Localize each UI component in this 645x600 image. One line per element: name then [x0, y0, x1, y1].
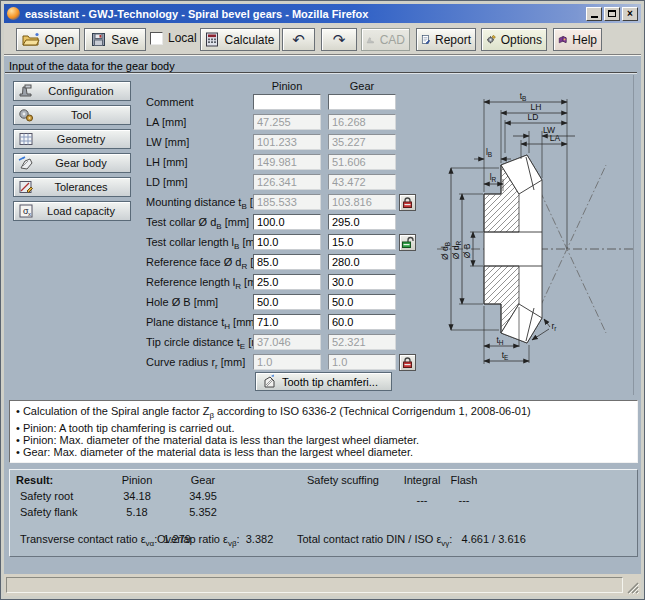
test-collar-length-open-lock-button[interactable]: [399, 234, 416, 251]
options-gear-icon: [486, 32, 496, 47]
dim-label-tE: tE: [502, 350, 509, 361]
plane-distance-pinion-input[interactable]: [253, 314, 321, 330]
test-collar-diameter-pinion-input[interactable]: [253, 214, 321, 230]
app-window: eassistant - GWJ-Technology - Spiral bev…: [0, 0, 645, 600]
chamfer-label: Tooth tip chamferi...: [282, 376, 378, 388]
field-label-reference-length: Reference length lR [mm]: [146, 276, 269, 291]
firefox-icon: [7, 7, 20, 20]
ld-pinion-input: [253, 174, 321, 190]
resize-grip[interactable]: [625, 580, 639, 594]
column-header-gear: Gear: [328, 80, 396, 92]
reference-face-diameter-gear-input[interactable]: [328, 254, 396, 270]
options-button[interactable]: Options: [481, 28, 547, 51]
message-2: • Pinion: Max. diameter of the material …: [16, 434, 419, 446]
save-button[interactable]: Save: [84, 28, 146, 51]
report-button[interactable]: Report: [416, 28, 476, 51]
open-folder-icon: [22, 32, 40, 47]
test-collar-diameter-gear-input[interactable]: [328, 214, 396, 230]
curve-radius-gear-input: [328, 354, 396, 370]
cad-button: CAD: [361, 28, 410, 51]
reference-face-diameter-pinion-input[interactable]: [253, 254, 321, 270]
dim-label-B: Ø B: [462, 243, 472, 258]
mounting-distance-closed-lock-button[interactable]: [399, 194, 416, 211]
close-button[interactable]: ×: [622, 7, 638, 21]
dim-label-tH: tH: [496, 335, 503, 346]
save-label: Save: [111, 33, 138, 47]
calculator-icon: [205, 32, 219, 47]
column-header-pinion: Pinion: [253, 80, 321, 92]
total-contact-ratio: Total contact ratio DIN / ISO εvγ: 4.661…: [297, 533, 526, 548]
local-label: Local: [168, 31, 197, 45]
toolbar-divider: [4, 54, 641, 56]
field-label-hole-diameter: Hole Ø B [mm]: [146, 296, 218, 308]
status-message-area: [6, 577, 623, 593]
minimize-button[interactable]: [586, 7, 602, 21]
lh-gear-input: [328, 154, 396, 170]
help-book-icon: [558, 33, 567, 47]
message-3: • Gear: Max. diameter of the material da…: [16, 446, 413, 458]
dim-label-LA: LA: [550, 133, 561, 143]
test-collar-length-pinion-input[interactable]: [253, 234, 321, 250]
report-document-icon: [421, 32, 430, 47]
options-label: Options: [501, 33, 542, 47]
help-button[interactable]: Help: [553, 28, 602, 51]
chamfer-icon: [262, 374, 277, 389]
calculate-label: Calculate: [224, 33, 274, 47]
dim-label-dB: Ø dB: [440, 242, 451, 260]
reference-length-gear-input[interactable]: [328, 274, 396, 290]
undo-button[interactable]: ↶: [282, 28, 315, 51]
safety-flank-pinion: 5.18: [107, 506, 167, 518]
message-0: • Calculation of the Spiral angle factor…: [16, 405, 531, 420]
comment-pinion-input[interactable]: [253, 94, 321, 110]
dim-label-lB: lB: [486, 147, 492, 158]
maximize-icon: [608, 10, 616, 17]
safety-root-pinion: 34.18: [107, 490, 167, 502]
cad-label: CAD: [380, 33, 405, 47]
safety-flank-label: Safety flank: [20, 506, 77, 518]
status-bar: [4, 574, 641, 596]
result-panel: Result: Pinion Gear Safety scuffing Inte…: [9, 469, 638, 557]
calculate-button[interactable]: Calculate: [200, 28, 280, 51]
minimize-icon: [591, 16, 598, 18]
dim-label-dR: Ø dR: [451, 241, 462, 260]
curve-radius-closed-lock-button[interactable]: [399, 354, 416, 371]
safety-root-label: Safety root: [20, 490, 73, 502]
test-collar-length-gear-input[interactable]: [328, 234, 396, 250]
plane-distance-gear-input[interactable]: [328, 314, 396, 330]
redo-button[interactable]: ↷: [321, 28, 357, 51]
hole-diameter-pinion-input[interactable]: [253, 294, 321, 310]
save-disk-icon: [91, 32, 106, 47]
local-checkbox-group: Local: [150, 31, 197, 45]
report-label: Report: [435, 33, 471, 47]
tooth-tip-chamfering-button[interactable]: Tooth tip chamferi...: [255, 372, 392, 391]
mounting-distance-gear-input: [328, 194, 396, 210]
field-label-lh: LH [mm]: [146, 156, 188, 168]
la-pinion-input: [253, 114, 321, 130]
local-checkbox[interactable]: [150, 32, 163, 45]
result-col-pinion: Pinion: [107, 474, 167, 486]
open-button[interactable]: Open: [16, 28, 80, 51]
comment-gear-input[interactable]: [328, 94, 396, 110]
close-icon: ×: [627, 9, 633, 19]
toolbar: Open Save Local Calculate ↶ ↷ CAD Report…: [4, 23, 641, 56]
lw-pinion-input: [253, 134, 321, 150]
dim-label-lR: lR: [490, 172, 497, 183]
gear-body-drawing: tB LH LD LW LA lB lR Ø dB Ø dR Ø B tH tE…: [425, 79, 641, 393]
mounting-distance-pinion-input: [253, 194, 321, 210]
redo-icon: ↷: [333, 32, 346, 47]
field-label-la: LA [mm]: [146, 116, 186, 128]
lh-pinion-input: [253, 154, 321, 170]
message-1: • Pinion: A tooth tip chamfering is carr…: [16, 422, 234, 434]
maximize-button[interactable]: [604, 7, 620, 21]
result-col-scuffing: Safety scuffing: [307, 474, 379, 486]
hole-diameter-gear-input[interactable]: [328, 294, 396, 310]
title-bar: eassistant - GWJ-Technology - Spiral bev…: [4, 4, 641, 23]
dim-label-LH: LH: [531, 102, 542, 112]
field-label-comment: Comment: [146, 96, 194, 108]
safety-root-gear: 34.95: [173, 490, 233, 502]
tip-circle-distance-pinion-input: [253, 334, 321, 350]
ld-gear-input: [328, 174, 396, 190]
overlap-ratio: Overlap ratio εvβ: 3.382: [157, 533, 273, 548]
section-title: Input of the data for the gear body: [9, 60, 175, 72]
reference-length-pinion-input[interactable]: [253, 274, 321, 290]
